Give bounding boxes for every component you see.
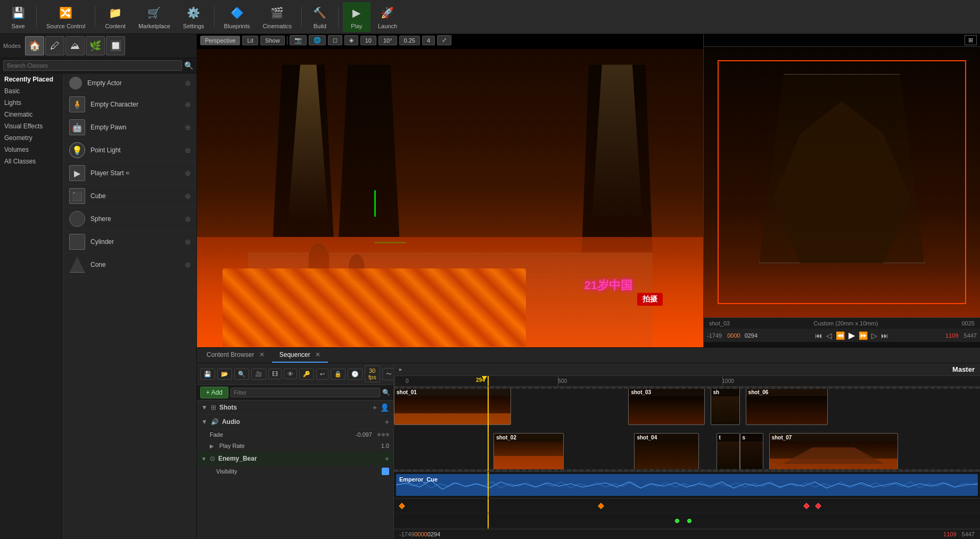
search-track-button[interactable]: 🔍 (234, 369, 249, 380)
skip-start-button[interactable]: ⏮ (814, 331, 823, 340)
curve-track-button[interactable]: 〜 (382, 368, 396, 380)
vp-btn-c4[interactable]: ◈ (344, 35, 358, 45)
enemy-bear-add[interactable]: + (385, 454, 389, 463)
mode-tab-landscape[interactable]: ⛰ (65, 36, 85, 55)
save-button[interactable]: 💾 Save (4, 2, 32, 32)
show-button[interactable]: Show (260, 36, 285, 45)
prev-button[interactable]: ⏪ (835, 331, 846, 340)
shot-06-thumb[interactable]: shot_06 (746, 388, 828, 425)
pin-icon[interactable]: ⊕ (185, 146, 191, 154)
prev-frame-button[interactable]: ◁ (825, 331, 833, 340)
shot-07-thumb[interactable]: shot_07 (769, 433, 898, 470)
add-track-button[interactable]: + Add (200, 387, 228, 398)
visibility-checkbox[interactable] (382, 468, 389, 475)
mini-vp-grid-button[interactable]: ⊞ (965, 35, 977, 45)
pin-icon[interactable]: ⊕ (185, 79, 191, 87)
tab-sequencer[interactable]: Sequencer ✕ (272, 348, 328, 363)
list-item[interactable]: ⬛ Cube ⊕ (64, 185, 196, 208)
build-button[interactable]: 🔨 Build (306, 2, 334, 32)
category-basic[interactable]: Basic (0, 85, 63, 97)
tab-close-content[interactable]: ✕ (259, 351, 265, 358)
mode-tab-paint[interactable]: 🖊 (45, 36, 64, 55)
list-item[interactable]: 🤖 Empty Pawn ⊕ (64, 116, 196, 139)
main-viewport[interactable]: Perspective Lit Show 📷 🌐 ◻ ◈ 10 10° 0.25… (197, 34, 703, 347)
pin-icon[interactable]: ⊕ (185, 260, 191, 269)
perspective-button[interactable]: Perspective (200, 36, 240, 45)
vp-btn-c3[interactable]: ◻ (328, 35, 342, 45)
lit-button[interactable]: Lit (242, 36, 258, 45)
play-pause-button[interactable]: ▶ (847, 330, 856, 340)
shot-03-thumb[interactable]: shot_03 (628, 388, 704, 425)
pin-icon[interactable]: ⊕ (185, 100, 191, 109)
skip-end-button[interactable]: ⏭ (880, 331, 890, 340)
mode-tab-foliage[interactable]: 🌿 (86, 36, 105, 55)
audio-group-header[interactable]: ▼ 🔊 Audio + (197, 415, 393, 429)
shot-04-thumb[interactable]: shot_04 (634, 433, 698, 470)
pin-icon[interactable]: ⊕ (185, 215, 191, 223)
launch-button[interactable]: 🚀 Launch (373, 2, 402, 32)
mode-tab-mesh[interactable]: 🔲 (106, 36, 125, 55)
mini-vp-canvas[interactable] (704, 47, 980, 317)
shots-group-header[interactable]: ▼ ⊞ Shots + 👤 (197, 401, 393, 414)
shots-add-button[interactable]: + (373, 403, 377, 412)
vp-val1[interactable]: 0.25 (399, 36, 420, 45)
list-item[interactable]: Empty Actor ⊕ (64, 74, 196, 93)
fps-btn[interactable]: 30 fps (365, 365, 380, 382)
pin-icon[interactable]: ⊕ (185, 192, 191, 200)
keyframe-playrate-2[interactable] (687, 519, 691, 523)
list-item[interactable]: 💡 Point Light ⊕ (64, 139, 196, 162)
key-track-button[interactable]: 🔑 (299, 369, 314, 380)
category-recently-placed[interactable]: Recently Placed (0, 74, 63, 85)
list-item[interactable]: 🧍 Empty Character ⊕ (64, 93, 196, 116)
shot-t-thumb[interactable]: t (717, 433, 740, 470)
vp-val2[interactable]: 4 (422, 36, 435, 45)
blueprints-button[interactable]: 🔷 Blueprints (219, 2, 256, 32)
vp-fov[interactable]: 10 (360, 36, 376, 45)
open-track-button[interactable]: 📂 (217, 369, 232, 380)
pin-icon[interactable]: ⊕ (185, 169, 191, 177)
keyframe-playrate-1[interactable] (675, 519, 679, 523)
filter-input[interactable] (230, 388, 380, 397)
vp-fullscreen[interactable]: ⤢ (437, 35, 451, 45)
enemy-bear-header[interactable]: ▼ ⊙ Enemy_Bear + (197, 452, 393, 466)
keyframe-fade-end1[interactable] (803, 503, 809, 509)
vp-btn-c1[interactable]: 📷 (290, 35, 307, 45)
marketplace-button[interactable]: 🛒 Marketplace (133, 2, 176, 32)
clock-track-button[interactable]: 🕐 (348, 369, 363, 380)
pin-icon[interactable]: ⊕ (185, 123, 191, 132)
tab-close-sequencer[interactable]: ✕ (315, 351, 320, 358)
content-button[interactable]: 📁 Content (100, 2, 131, 32)
category-visual-effects[interactable]: Visual Effects (0, 120, 63, 132)
shot-01-thumb[interactable]: shot_01 (394, 388, 511, 425)
category-all-classes[interactable]: All Classes (0, 156, 63, 167)
category-cinematic[interactable]: Cinematic (0, 109, 63, 120)
tab-content-browser[interactable]: Content Browser ✕ (199, 348, 272, 363)
shots-adduser-button[interactable]: 👤 (380, 403, 389, 412)
view-track-button[interactable]: 👁 (284, 369, 297, 379)
settings-button[interactable]: ⚙️ Settings (178, 2, 210, 32)
category-lights[interactable]: Lights (0, 97, 63, 109)
camera-track-button[interactable]: 🎥 (251, 369, 266, 380)
vp-btn-c2[interactable]: 🌐 (309, 35, 326, 45)
vp-fov2[interactable]: 10° (378, 36, 397, 45)
shot-02-thumb[interactable]: shot_02 (493, 433, 564, 470)
list-item[interactable]: Cylinder ⊕ (64, 231, 196, 254)
keyframe-fade-end2[interactable] (815, 503, 821, 509)
film-track-button[interactable]: 🎞 (268, 369, 282, 379)
category-volumes[interactable]: Volumes (0, 144, 63, 156)
shot-05-thumb[interactable]: sh (711, 388, 740, 425)
next-button[interactable]: ⏩ (858, 331, 869, 340)
play-button[interactable]: ▶ Play (343, 2, 370, 32)
timeline-ruler[interactable]: 0 500 1000 294 (394, 376, 980, 387)
timeline-tracks[interactable]: shot_01 shot_03 (394, 387, 980, 529)
keyframe-fade-start[interactable] (399, 503, 405, 509)
cinematics-button[interactable]: 🎬 Cinematics (258, 2, 297, 32)
lock-track-button[interactable]: 🔒 (331, 369, 345, 380)
next-frame-button[interactable]: ▷ (870, 331, 878, 340)
list-item[interactable]: Cone ⊕ (64, 254, 196, 276)
keyframe-fade-mid[interactable] (598, 503, 604, 509)
search-input[interactable] (3, 60, 182, 71)
list-item[interactable]: Sphere ⊕ (64, 208, 196, 231)
shot-s-thumb[interactable]: s (740, 433, 763, 470)
list-item[interactable]: ▶ Player Start = ⊕ (64, 162, 196, 185)
